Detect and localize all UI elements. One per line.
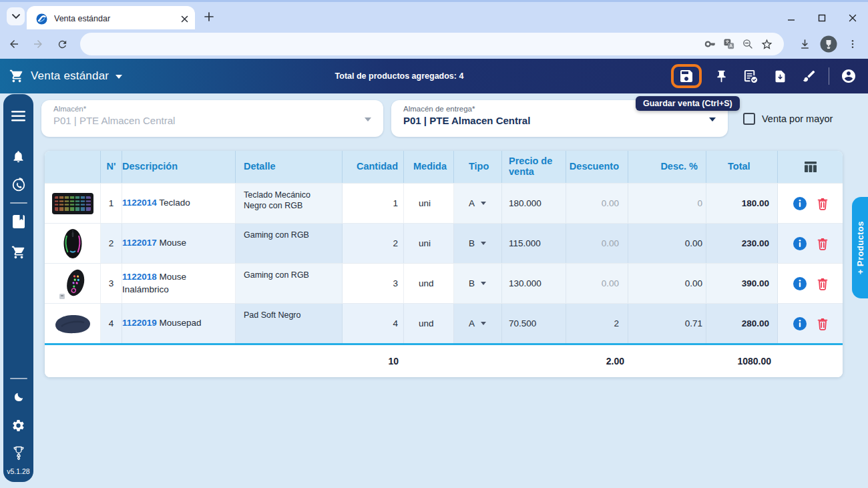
mouse-wireless-rgb-image bbox=[58, 267, 87, 300]
downloads-button[interactable] bbox=[795, 34, 815, 54]
sidebar-notifications-button[interactable] bbox=[3, 145, 33, 168]
products-count-text: Total de productos agregados: 4 bbox=[289, 71, 509, 81]
pin-button[interactable] bbox=[711, 66, 731, 86]
price-type-select[interactable]: A bbox=[454, 184, 502, 223]
mousepad-navy-image bbox=[52, 310, 93, 337]
discount-pct-cell[interactable]: 0 bbox=[628, 184, 706, 223]
app-navbar: Venta estándar Total de productos agrega… bbox=[0, 59, 868, 93]
bookmark-button[interactable] bbox=[757, 35, 776, 53]
account-button[interactable] bbox=[839, 66, 859, 86]
product-image bbox=[45, 224, 101, 263]
tab-search-button[interactable] bbox=[7, 7, 25, 25]
discount-pct-cell[interactable]: 0.00 bbox=[628, 264, 706, 303]
reload-button[interactable] bbox=[52, 34, 72, 54]
clear-button[interactable] bbox=[799, 66, 819, 86]
discount-cell[interactable]: 0.00 bbox=[566, 224, 628, 263]
product-code-link[interactable]: 1122018 bbox=[122, 272, 157, 282]
price-type-select[interactable]: B bbox=[454, 264, 502, 303]
new-tab-button[interactable] bbox=[202, 9, 216, 24]
sale-price-cell[interactable]: 115.000 bbox=[502, 224, 566, 263]
browser-tab-strip: Venta estándar bbox=[0, 0, 868, 29]
sidebar: v5.1.28 bbox=[3, 94, 33, 482]
info-icon bbox=[793, 236, 807, 251]
row-total-cell: 390.00 bbox=[706, 264, 778, 303]
product-code-link[interactable]: 1122019 bbox=[122, 318, 157, 328]
browser-menu-button[interactable] bbox=[843, 34, 863, 54]
minimize-button[interactable] bbox=[776, 4, 807, 31]
unit-cell: und bbox=[404, 304, 454, 343]
zoom-out-icon bbox=[742, 38, 754, 50]
chevron-down-icon bbox=[481, 242, 486, 245]
warehouse-select[interactable]: Almacén* P01 | PTE Almacen Central bbox=[41, 100, 383, 137]
zoom-button[interactable] bbox=[738, 35, 757, 53]
product-image bbox=[45, 304, 101, 343]
price-type-select[interactable]: B bbox=[454, 224, 502, 263]
browser-tab[interactable]: Venta estándar bbox=[27, 6, 195, 31]
quantity-cell[interactable]: 3 bbox=[343, 264, 404, 303]
quantity-cell[interactable]: 4 bbox=[343, 304, 404, 343]
chevron-down-icon bbox=[365, 117, 371, 121]
tab-favicon bbox=[36, 13, 47, 25]
chevron-down-icon bbox=[709, 117, 716, 121]
delete-button[interactable] bbox=[817, 197, 829, 210]
product-description: 1122014 Teclado bbox=[122, 184, 236, 223]
save-highlight-box bbox=[671, 64, 702, 88]
sidebar-cart-button[interactable] bbox=[3, 241, 33, 264]
brush-icon bbox=[802, 69, 817, 83]
discount-pct-cell[interactable]: 0.00 bbox=[628, 224, 706, 263]
info-button[interactable] bbox=[793, 236, 807, 251]
sidebar-catalog-button[interactable] bbox=[3, 210, 33, 233]
discount-cell[interactable]: 0.00 bbox=[566, 264, 628, 303]
product-code-link[interactable]: 1122017 bbox=[122, 238, 157, 248]
sale-price-cell[interactable]: 180.000 bbox=[502, 184, 566, 223]
pin-icon bbox=[714, 69, 728, 83]
unit-cell: uni bbox=[404, 184, 454, 223]
sale-type-selector[interactable]: Venta estándar bbox=[9, 69, 122, 83]
export-document-button[interactable] bbox=[770, 66, 790, 86]
sale-list-button[interactable] bbox=[740, 66, 761, 86]
settings-button[interactable] bbox=[3, 414, 33, 437]
delete-button[interactable] bbox=[817, 317, 829, 330]
back-button[interactable] bbox=[4, 34, 24, 54]
delete-button[interactable] bbox=[817, 277, 829, 290]
product-code-link[interactable]: 1122014 bbox=[122, 198, 157, 208]
browser-toolbar bbox=[0, 29, 868, 59]
info-button[interactable] bbox=[793, 316, 807, 331]
sale-price-cell[interactable]: 70.500 bbox=[502, 304, 566, 343]
translate-button[interactable] bbox=[720, 35, 738, 53]
sale-price-cell[interactable]: 130.000 bbox=[502, 264, 566, 303]
maximize-button[interactable] bbox=[807, 4, 837, 31]
add-products-tab[interactable]: + Productos bbox=[852, 197, 868, 298]
discount-cell[interactable]: 2 bbox=[566, 304, 628, 343]
product-description: 1122017 Mouse bbox=[122, 224, 236, 263]
save-button[interactable] bbox=[676, 66, 696, 86]
table-columns-icon bbox=[804, 161, 817, 173]
delete-button[interactable] bbox=[817, 237, 829, 250]
discount-pct-cell[interactable]: 0.71 bbox=[628, 304, 706, 343]
address-bar[interactable] bbox=[80, 33, 784, 55]
column-header-descripcion: Descripción bbox=[122, 151, 236, 183]
column-header-n: N' bbox=[101, 151, 122, 183]
dark-mode-button[interactable] bbox=[3, 386, 33, 409]
plus-icon bbox=[204, 12, 214, 21]
forward-button[interactable] bbox=[28, 34, 48, 54]
quantity-cell[interactable]: 2 bbox=[343, 224, 404, 263]
wholesale-checkbox[interactable] bbox=[743, 113, 755, 125]
browser-profile-avatar[interactable] bbox=[819, 34, 839, 54]
price-type-select[interactable]: A bbox=[454, 304, 502, 343]
close-window-button[interactable] bbox=[837, 4, 868, 31]
cart-icon bbox=[9, 69, 24, 83]
password-manager-button[interactable] bbox=[701, 35, 720, 53]
sidebar-whatsapp-button[interactable] bbox=[3, 173, 33, 196]
column-header-cantidad: Cantidad bbox=[343, 151, 404, 183]
tab-close-button[interactable] bbox=[181, 15, 188, 23]
column-settings-button[interactable] bbox=[778, 151, 843, 183]
sidebar-menu-button[interactable] bbox=[3, 105, 33, 128]
info-button[interactable] bbox=[793, 196, 807, 211]
info-button[interactable] bbox=[793, 276, 807, 291]
page-title: Venta estándar bbox=[31, 69, 109, 83]
product-name: Mouse bbox=[160, 238, 187, 248]
total-discount: 2.00 bbox=[566, 345, 628, 377]
discount-cell[interactable]: 0.00 bbox=[566, 184, 628, 223]
quantity-cell[interactable]: 1 bbox=[343, 184, 404, 223]
